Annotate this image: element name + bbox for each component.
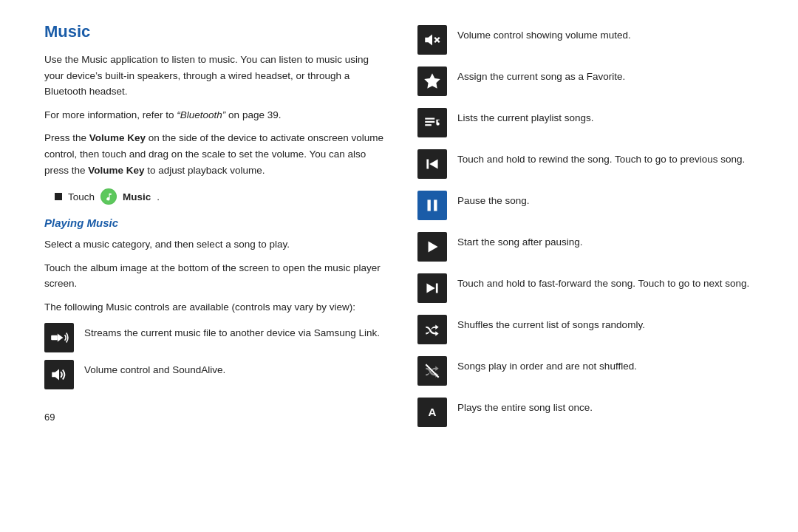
- playlist-desc: Lists the current playlist songs.: [457, 108, 594, 126]
- pause-icon-row: Pause the song.: [417, 191, 761, 220]
- playing-p3: The following Music controls are availab…: [44, 299, 388, 316]
- fastforward-svg: [423, 279, 442, 298]
- volume-soundalive-icon-box: [44, 360, 74, 389]
- shuffle-off-desc: Songs play in order and are not shuffled…: [457, 356, 637, 375]
- fastforward-desc: Touch and hold to fast-forward the song.…: [457, 273, 749, 292]
- shuffle-on-icon-row: Shuffles the current list of songs rando…: [417, 315, 761, 344]
- shuffle-on-desc: Shuffles the current list of songs rando…: [457, 315, 645, 333]
- playing-p2: Touch the album image at the bottom of t…: [44, 260, 388, 292]
- playing-music-heading: Playing Music: [44, 216, 388, 229]
- pause-desc: Pause the song.: [457, 191, 530, 209]
- volume-soundalive-desc: Volume control and SoundAlive.: [84, 360, 225, 378]
- shuffle-off-icon-box: [417, 356, 447, 386]
- svg-rect-13: [434, 200, 437, 211]
- volume-soundalive-row: Volume control and SoundAlive.: [44, 360, 388, 389]
- play-icon-box: [417, 232, 447, 262]
- page-number: 69: [44, 412, 388, 423]
- intro-p2-prefix: For more information, refer to: [44, 109, 177, 120]
- repeat-once-icon-box: A: [417, 398, 447, 427]
- shuffle-on-svg: [423, 320, 442, 339]
- favorite-icon-row: Assign the current song as a Favorite.: [417, 66, 761, 96]
- svg-marker-11: [429, 160, 437, 169]
- intro-p3-prefix: Press the: [44, 132, 89, 143]
- svg-marker-14: [429, 241, 438, 252]
- bullet-touch-label: Touch: [68, 191, 95, 202]
- svg-line-17: [426, 364, 438, 377]
- volume-key-bold-2: Volume Key: [88, 165, 144, 176]
- page-heading: Music: [44, 22, 388, 41]
- volume-soundalive-svg: [50, 365, 69, 384]
- stream-icon-box: [44, 323, 74, 352]
- intro-p2-suffix: on page 39.: [225, 109, 281, 120]
- music-app-icon: [100, 188, 117, 205]
- svg-rect-9: [425, 124, 432, 126]
- stream-svg: [50, 328, 69, 347]
- playlist-svg: [423, 113, 442, 132]
- rewind-icon-box: [417, 149, 447, 179]
- touch-music-bullet: Touch Music.: [55, 188, 388, 205]
- svg-text:A: A: [429, 406, 437, 418]
- favorite-svg: [423, 72, 442, 91]
- bluetooth-link: “Bluetooth”: [177, 109, 225, 120]
- svg-rect-7: [425, 118, 434, 120]
- volume-key-bold-1: Volume Key: [89, 132, 146, 143]
- stream-desc: Streams the current music file to anothe…: [84, 323, 380, 341]
- svg-marker-6: [424, 73, 440, 89]
- right-column: Volume control showing volume muted. Ass…: [417, 22, 761, 439]
- svg-marker-2: [52, 369, 59, 380]
- shuffle-on-icon-box: [417, 315, 447, 344]
- svg-rect-8: [425, 121, 434, 123]
- favorite-desc: Assign the current song as a Favorite.: [457, 66, 625, 85]
- shuffle-off-svg: [423, 361, 442, 381]
- intro-paragraph-2: For more information, refer to “Bluetoot…: [44, 107, 388, 123]
- bullet-square-icon: [55, 193, 62, 200]
- pause-icon-box: [417, 191, 447, 220]
- intro-paragraph-1: Use the Music application to listen to m…: [44, 52, 388, 100]
- favorite-icon-box: [417, 66, 447, 96]
- mute-desc: Volume control showing volume muted.: [457, 25, 631, 44]
- mute-icon-box: [417, 25, 447, 55]
- stream-icon-row: Streams the current music file to anothe…: [44, 323, 388, 352]
- page-layout: Music Use the Music application to liste…: [44, 22, 761, 439]
- playlist-icon-row: Lists the current playlist songs.: [417, 108, 761, 137]
- play-desc: Start the song after pausing.: [457, 232, 583, 250]
- rewind-icon-row: Touch and hold to rewind the song. Touch…: [417, 149, 761, 179]
- svg-rect-0: [51, 335, 58, 340]
- bullet-dot: .: [157, 191, 160, 202]
- repeat-once-desc: Plays the entire song list once.: [457, 398, 593, 416]
- svg-rect-10: [426, 160, 429, 169]
- left-column: Music Use the Music application to liste…: [44, 22, 388, 439]
- intro-p3-suffix: to adjust playback volume.: [145, 165, 265, 176]
- pause-svg: [423, 196, 442, 215]
- svg-marker-3: [425, 34, 432, 45]
- svg-marker-16: [426, 284, 434, 293]
- svg-marker-1: [58, 333, 64, 341]
- play-svg: [423, 237, 442, 256]
- mute-svg: [423, 30, 442, 50]
- fastforward-icon-row: Touch and hold to fast-forward the song.…: [417, 273, 761, 303]
- svg-rect-15: [436, 284, 438, 293]
- music-note-svg: [104, 192, 114, 202]
- bullet-music-label: Music: [123, 191, 151, 202]
- fastforward-icon-box: [417, 273, 447, 303]
- repeat-once-icon-row: A Plays the entire song list once.: [417, 398, 761, 427]
- playing-p1: Select a music category, and then select…: [44, 236, 388, 253]
- rewind-svg: [423, 154, 442, 174]
- mute-icon-row: Volume control showing volume muted.: [417, 25, 761, 55]
- repeat-once-svg: A: [423, 403, 442, 422]
- rewind-desc: Touch and hold to rewind the song. Touch…: [457, 149, 745, 168]
- intro-paragraph-3: Press the Volume Key on the side of the …: [44, 130, 388, 178]
- playlist-icon-box: [417, 108, 447, 137]
- svg-rect-12: [428, 200, 431, 211]
- play-icon-row: Start the song after pausing.: [417, 232, 761, 262]
- shuffle-off-icon-row: Songs play in order and are not shuffled…: [417, 356, 761, 386]
